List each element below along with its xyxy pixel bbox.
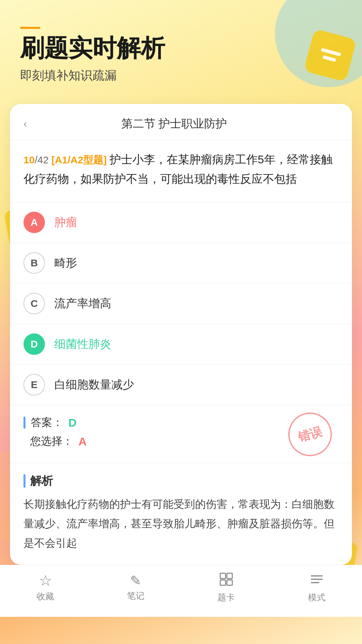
option-b[interactable]: B 畸形: [10, 243, 352, 283]
analysis-title-row: 解析: [23, 473, 339, 489]
nav-item-mode[interactable]: 模式: [292, 572, 342, 603]
answer-correct-value: D: [68, 416, 77, 429]
question-body: 10/42 [A1/A2型题] 护士小李，在某肿瘤病房工作5年，经常接触化疗药物…: [10, 140, 352, 203]
wrong-stamp: 错误: [288, 413, 332, 456]
nav-item-collect[interactable]: ☆ 收藏: [20, 573, 70, 602]
your-choice-label: 您选择：: [30, 434, 73, 449]
nav-item-cards[interactable]: 题卡: [201, 572, 251, 603]
option-a-text: 肿瘤: [54, 215, 77, 230]
question-number-separator: /: [35, 154, 37, 165]
svg-rect-3: [227, 580, 232, 585]
back-arrow-icon[interactable]: ‹: [23, 117, 27, 130]
svg-rect-0: [220, 573, 226, 579]
option-d-circle: D: [23, 333, 45, 355]
svg-rect-1: [227, 573, 232, 579]
page-subtitle: 即刻填补知识疏漏: [20, 67, 342, 84]
your-choice-value: A: [78, 435, 87, 448]
option-b-circle: B: [23, 252, 45, 274]
wrong-stamp-text: 错误: [296, 423, 324, 445]
analysis-text: 长期接触化疗药物的护士有可能受到的伤害，常表现为：白细胞数量减少、流产率增高，甚…: [23, 495, 339, 553]
bottom-nav: ☆ 收藏 ✎ 笔记 题卡 模式: [0, 565, 362, 617]
main-card: ‹ 第二节 护士职业防护 10/42 [A1/A2型题] 护士小李，在某肿瘤病房…: [10, 104, 352, 565]
option-e-circle: E: [23, 374, 45, 395]
nav-label-notes: 笔记: [127, 590, 144, 602]
option-e-text: 白细胞数量减少: [54, 377, 134, 392]
option-a[interactable]: A 肿瘤: [10, 202, 352, 243]
option-a-circle: A: [23, 212, 45, 233]
question-type-badge: [A1/A2型题]: [51, 154, 107, 165]
header-section: 刷题实时解析 即刻填补知识疏漏: [0, 0, 362, 94]
nav-label-cards: 题卡: [218, 592, 235, 603]
question-number-total: 42: [38, 154, 49, 165]
question-number-current: 10: [23, 154, 35, 165]
analysis-accent-bar: [23, 474, 25, 488]
option-c[interactable]: C 流产率增高: [10, 283, 352, 324]
header-accent-line: [20, 27, 40, 29]
nav-label-collect: 收藏: [37, 591, 54, 602]
svg-rect-2: [220, 580, 226, 585]
section-title: 第二节 护士职业防护: [34, 116, 314, 131]
answer-section: 答案： D 您选择： A 错误: [10, 405, 352, 463]
question-meta: 10/42 [A1/A2型题] 护士小李，在某肿瘤病房工作5年，经常接触化疗药物…: [23, 150, 339, 189]
nav-item-notes[interactable]: ✎ 笔记: [111, 574, 161, 602]
notes-icon: ✎: [130, 574, 141, 587]
option-c-text: 流产率增高: [54, 296, 111, 311]
mode-icon: [309, 572, 324, 589]
wrong-stamp-inner: 错误: [283, 408, 337, 461]
nav-label-mode: 模式: [308, 592, 325, 603]
analysis-section: 解析 长期接触化疗药物的护士有可能受到的伤害，常表现为：白细胞数量减少、流产率增…: [10, 463, 352, 565]
page-title: 刷题实时解析: [20, 34, 342, 62]
question-header: ‹ 第二节 护士职业防护: [10, 104, 352, 140]
answer-accent-bar: [23, 417, 25, 429]
option-e[interactable]: E 白细胞数量减少: [10, 365, 352, 405]
answer-label: 答案：: [31, 415, 63, 430]
option-d-text: 细菌性肺炎: [54, 336, 111, 352]
option-c-circle: C: [23, 293, 45, 314]
analysis-title: 解析: [30, 473, 53, 489]
collect-icon: ☆: [39, 573, 52, 588]
option-d[interactable]: D 细菌性肺炎: [10, 324, 352, 365]
cards-icon: [219, 572, 234, 589]
option-b-text: 畸形: [54, 255, 77, 271]
